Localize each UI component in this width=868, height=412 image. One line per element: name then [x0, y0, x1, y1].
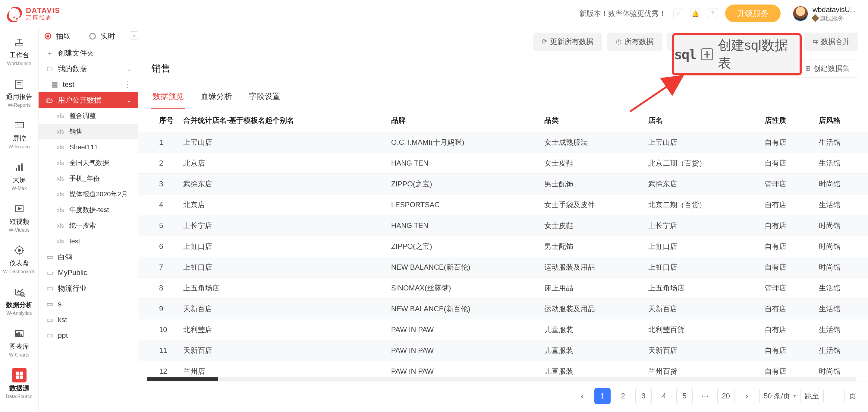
home-icon[interactable]: ⌂	[673, 8, 684, 19]
cell: PAW IN PAW	[386, 319, 539, 340]
tab-0[interactable]: 数据预览	[151, 86, 185, 109]
svg-rect-2	[16, 43, 23, 46]
column-header[interactable]: 店风格	[814, 109, 868, 132]
scrollbar-thumb[interactable]	[147, 377, 218, 381]
column-header[interactable]: 店性质	[760, 109, 814, 132]
radio-live[interactable]	[89, 33, 96, 39]
tree-item[interactable]: xls Sheet111	[38, 139, 138, 155]
table-row[interactable]: 5上长宁店HANG TEN女士皮鞋上长宁店自有店时尚馆	[138, 215, 868, 236]
rail-item-w-analytics[interactable]: 数据分析 W-Analytics	[0, 283, 38, 319]
tree-item[interactable]: ▦ test ⋮	[38, 77, 138, 92]
all-data-button[interactable]: ◷所有数据	[607, 33, 662, 51]
more-icon[interactable]: ⋮	[124, 80, 132, 89]
bell-icon[interactable]: 🔔	[690, 8, 701, 19]
table-row[interactable]: 8上五角场店SINOMAX(丝露梦)床上用品上五角场店管理店生活馆	[138, 278, 868, 299]
rail-item-w-max[interactable]: 大屏 W-Max	[0, 158, 38, 194]
pager-page[interactable]: 5	[676, 388, 692, 404]
tree-item[interactable]: ▭ kst	[38, 312, 138, 328]
tab-1[interactable]: 血缘分析	[199, 86, 233, 109]
cell: 自有店	[760, 215, 814, 236]
rail-item-data source[interactable]: 数据源 Data Source	[0, 366, 38, 402]
cell: 天新百店	[644, 340, 760, 361]
pager-page[interactable]: 2	[615, 388, 631, 404]
rail-item-w-screen[interactable]: 屏控 W-Screen	[0, 116, 38, 153]
per-page-select[interactable]: 50 条/页	[759, 388, 801, 404]
cell: 自有店	[760, 299, 814, 319]
upgrade-button[interactable]: 升级服务	[725, 4, 781, 22]
rail-item-w-videos[interactable]: 短视频 W-Videos	[0, 200, 38, 236]
jump-input[interactable]	[824, 388, 844, 404]
horizontal-scrollbar[interactable]	[147, 377, 856, 381]
tree-item[interactable]: xls 统一搜索	[38, 218, 138, 233]
svg-rect-25	[21, 334, 22, 336]
cell: 生活馆	[814, 195, 868, 215]
cell: 上宝山店	[179, 132, 386, 153]
upload-data-button[interactable]: ⤒上传数据	[744, 33, 799, 51]
table-row[interactable]: 2北京店HANG TEN女士皮鞋北京二期（百货）自有店生活馆	[138, 153, 868, 174]
merge-data-button[interactable]: ⇆数据合并	[804, 33, 858, 51]
create-sql-button[interactable]: ▦创建sql数据表	[667, 33, 739, 51]
radio-extract[interactable]	[44, 33, 51, 39]
radio-extract-label: 抽取	[56, 31, 70, 41]
tree-item[interactable]: xls 全国天气数据	[38, 155, 138, 171]
pager-page[interactable]: 4	[656, 388, 672, 404]
rail-title: 短视频	[9, 217, 29, 226]
tree-item[interactable]: xls test	[38, 233, 138, 249]
tree-item[interactable]: xls 媒体报道2020年2月	[38, 186, 138, 202]
tree-item[interactable]: xls 整合调整	[38, 108, 138, 124]
pager-last[interactable]: 20	[717, 388, 735, 404]
my-data-folder[interactable]: 🗀 我的数据 ⌄	[38, 61, 138, 77]
column-header[interactable]: 店名	[644, 109, 760, 132]
pager-prev[interactable]: ‹	[574, 388, 590, 404]
tree-item[interactable]: ▭ 白鸽	[38, 249, 138, 265]
column-header[interactable]: 合并统计店名-基于模板名起个别名	[179, 109, 386, 132]
rail-item-w-reports[interactable]: 通用报告 W-Reports	[0, 75, 38, 111]
cell: 7	[138, 257, 179, 278]
user-block[interactable]: wbdatavisU... 旗舰服务	[793, 5, 856, 22]
logo[interactable]: DATAVIS 万博维思	[7, 5, 60, 22]
pager-next[interactable]: ›	[739, 388, 755, 404]
rail-item-workbench[interactable]: 工作台 Workbench	[0, 33, 38, 69]
page-title: 销售	[151, 62, 170, 75]
table-row[interactable]: 9天新百店NEW BALANCE(新百伦)运动服装及用品天新百店自有店生活馆	[138, 299, 868, 319]
cell: 上虹口店	[179, 257, 386, 278]
rail-item-w-dashboards[interactable]: 仪表盘 W-Dashboards	[0, 241, 38, 277]
pager-page[interactable]: 1	[594, 388, 611, 404]
table-row[interactable]: 11天新百店PAW IN PAW儿童服装天新百店自有店生活馆	[138, 340, 868, 361]
rail-icon	[12, 326, 27, 341]
column-header[interactable]: 序号	[138, 109, 179, 132]
table-row[interactable]: 7上虹口店NEW BALANCE(新百伦)运动服装及用品上虹口店自有店时尚馆	[138, 257, 868, 278]
table-row[interactable]: 10北利莹店PAW IN PAW儿童服装北利莹百貨自有店生活馆	[138, 319, 868, 340]
rail-icon	[12, 202, 27, 216]
table-row[interactable]: 1上宝山店O.C.T.MAMI(十月妈咪)女士成熟服装上宝山店自有店生活馆	[138, 132, 868, 153]
tree-item[interactable]: ▭ s	[38, 296, 138, 312]
cell: O.C.T.MAMI(十月妈咪)	[386, 132, 539, 153]
cell: 生活馆	[814, 278, 868, 299]
column-header[interactable]: 品类	[539, 109, 644, 132]
folder-icon: 🗀	[46, 64, 54, 73]
create-dataset-button[interactable]: ⊞ 创建数据集	[796, 59, 858, 78]
help-icon[interactable]: ?	[707, 8, 718, 19]
cell: 5	[138, 215, 179, 236]
tree-item[interactable]: xls 销售	[38, 124, 138, 139]
collapse-tree-icon[interactable]: «	[130, 31, 138, 40]
svg-line-21	[24, 296, 25, 297]
public-data-folder[interactable]: 🗁 用户公开数据 ⌄	[38, 92, 138, 108]
svg-rect-8	[15, 122, 24, 128]
table-row[interactable]: 6上虹口店ZIPPO(之宝)男士配饰上虹口店自有店时尚馆	[138, 236, 868, 257]
tree-item[interactable]: xls 手机_年份	[38, 171, 138, 186]
pager: ‹ 12345 ⋯ 20 › 50 条/页 跳至 页	[138, 382, 868, 412]
refresh-all-button[interactable]: ⟳更新所有数据	[533, 33, 602, 51]
tree-item[interactable]: ▭ MyPublic	[38, 265, 138, 281]
cell: ZIPPO(之宝)	[386, 174, 539, 195]
tab-2[interactable]: 字段设置	[248, 86, 281, 109]
table-row[interactable]: 3武徐东店ZIPPO(之宝)男士配饰武徐东店管理店时尚馆	[138, 174, 868, 195]
rail-item-w-charts[interactable]: 图表库 W-Charts	[0, 325, 38, 361]
pager-page[interactable]: 3	[635, 388, 652, 404]
create-folder-row[interactable]: ＋ 创建文件夹	[38, 45, 138, 61]
column-header[interactable]: 品牌	[386, 109, 539, 132]
tree-item[interactable]: ▭ 物流行业	[38, 281, 138, 296]
table-row[interactable]: 4北京店LESPORTSAC女士手袋及皮件北京二期（百货）自有店生活馆	[138, 195, 868, 215]
tree-item[interactable]: ▭ ppt	[38, 328, 138, 343]
tree-item[interactable]: xls 年度数据-test	[38, 202, 138, 218]
